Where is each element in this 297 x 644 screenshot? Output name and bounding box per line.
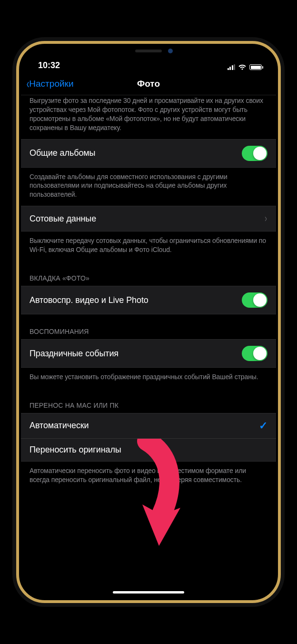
navigation-bar: ‹ Настройки Фото: [21, 72, 276, 95]
shared-albums-footer: Создавайте альбомы для совместного испол…: [21, 168, 276, 206]
memories-footer: Вы можете установить отображение праздни…: [21, 368, 276, 388]
chevron-back-icon: ‹: [27, 77, 30, 91]
status-time: 10:32: [38, 60, 60, 70]
photostream-footer: Выгрузите фото за последние 30 дней и пр…: [21, 95, 276, 139]
status-icons: [228, 64, 262, 70]
cellular-data-label: Сотовые данные: [30, 214, 96, 224]
battery-icon: [249, 64, 262, 70]
autoplay-cell[interactable]: Автовоспр. видео и Live Photo: [21, 286, 276, 314]
transfer-originals-cell[interactable]: Переносить оригиналы: [21, 439, 276, 462]
screen: 10:32 ‹ Настройки Фото Выгрузите ф: [21, 46, 276, 598]
speaker-grille: [135, 50, 162, 52]
holiday-events-label: Праздничные события: [30, 349, 119, 359]
back-label: Настройки: [29, 79, 73, 89]
cellular-data-footer: Выключите передачу сотовых данных, чтобы…: [21, 231, 276, 261]
transfer-originals-label: Переносить оригиналы: [30, 445, 121, 455]
autoplay-label: Автовоспр. видео и Live Photo: [30, 295, 148, 305]
checkmark-icon: ✓: [259, 420, 267, 432]
phone-frame: 10:32 ‹ Настройки Фото Выгрузите ф: [16, 41, 281, 603]
shared-albums-cell[interactable]: Общие альбомы: [21, 139, 276, 168]
photos-tab-header: ВКЛАДКА «ФОТО»: [21, 261, 276, 286]
cellular-data-cell[interactable]: Сотовые данные ›: [21, 206, 276, 231]
page-title: Фото: [137, 79, 160, 89]
back-button[interactable]: ‹ Настройки: [26, 77, 74, 91]
transfer-options-group: Автоматически ✓ Переносить оригиналы: [21, 413, 276, 462]
transfer-footer: Автоматически переносить фото и видео в …: [21, 462, 276, 491]
shared-albums-switch[interactable]: [242, 146, 267, 161]
shared-albums-label: Общие альбомы: [30, 148, 95, 158]
holiday-events-switch[interactable]: [242, 346, 267, 361]
front-camera: [168, 49, 173, 53]
wifi-icon: [238, 64, 247, 70]
memories-header: ВОСПОМИНАНИЯ: [21, 314, 276, 339]
cellular-signal-icon: [228, 64, 236, 70]
settings-scroll[interactable]: Выгрузите фото за последние 30 дней и пр…: [21, 95, 276, 598]
transfer-header: ПЕРЕНОС НА MAC ИЛИ ПК: [21, 388, 276, 413]
chevron-right-icon: ›: [265, 212, 267, 225]
autoplay-switch[interactable]: [242, 292, 267, 308]
transfer-auto-cell[interactable]: Автоматически ✓: [21, 413, 276, 439]
notch: [94, 44, 203, 58]
holiday-events-cell[interactable]: Праздничные события: [21, 339, 276, 368]
transfer-auto-label: Автоматически: [30, 421, 89, 431]
home-indicator[interactable]: [113, 591, 184, 594]
